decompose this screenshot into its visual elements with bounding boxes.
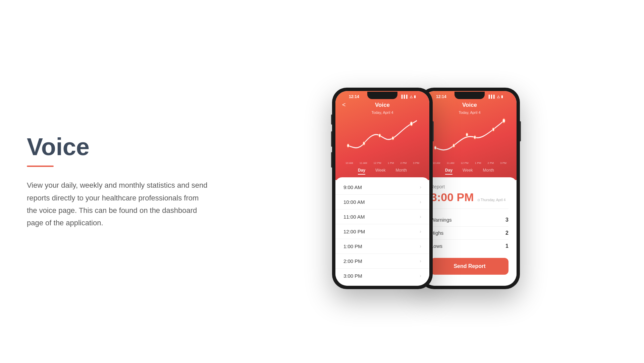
chevron-icon: › — [420, 243, 421, 249]
signal-icon: ▌▌▌ — [401, 95, 409, 98]
chevron-icon: › — [420, 258, 421, 264]
chevron-icon: › — [420, 273, 421, 278]
phone1-status-time: 12:14 — [349, 94, 359, 99]
list-item[interactable]: 11:00 AM › — [335, 210, 429, 224]
phone1-nav-subtitle: Today, April 4 — [342, 110, 423, 115]
report-label: Report — [431, 184, 508, 189]
time-label: 2 PM — [488, 162, 494, 165]
phone1-time-list: 9:00 AM › 10:00 AM › 11:00 AM › — [335, 177, 429, 286]
time-label: 3 PM — [413, 162, 419, 165]
phone1-wrapper: 12:14 ▌▌▌ △ ▮ < Voice Today, — [332, 88, 433, 289]
stat-lows-value: 1 — [505, 243, 508, 249]
time-label: 1 PM — [475, 162, 481, 165]
phone2-content: Report 3:00 PM ⊙ Thursday, April 4 Warni… — [423, 177, 517, 286]
list-item[interactable]: 10:00 AM › — [335, 195, 429, 210]
battery-icon: ▮ — [414, 95, 416, 98]
time-label: 1 PM — [388, 162, 394, 165]
page-container: Voice View your daily, weekly and monthl… — [0, 0, 644, 363]
list-item-time: 2:00 PM — [343, 258, 362, 264]
send-report-button[interactable]: Send Report — [431, 258, 508, 275]
phone1-chart-svg — [345, 117, 419, 161]
phone1-btn-left-2 — [331, 131, 332, 147]
list-item[interactable]: 9:00 AM › — [335, 180, 429, 195]
time-label: 12 PM — [461, 162, 469, 165]
report-time-value: 3:00 PM — [431, 191, 474, 204]
list-item-time: 9:00 AM — [343, 184, 362, 190]
list-item-time: 11:00 AM — [343, 214, 365, 220]
svg-point-4 — [410, 122, 413, 126]
chevron-icon: › — [420, 184, 421, 190]
tab-month[interactable]: Month — [396, 168, 407, 175]
phone2-status-time: 12:14 — [436, 94, 446, 99]
stat-warnings-value: 3 — [505, 217, 508, 223]
phone2-chart-svg — [433, 117, 506, 161]
phone1-back-button[interactable]: < — [342, 101, 346, 108]
svg-point-10 — [502, 118, 505, 123]
phone2-wrapper: 12:14 ▌▌▌ △ ▮ < Voice Today, — [419, 88, 520, 289]
battery-icon: ▮ — [501, 95, 503, 98]
phone1-header: 12:14 ▌▌▌ △ ▮ < Voice Today, — [335, 91, 429, 180]
svg-point-7 — [466, 133, 468, 136]
signal-icon: ▌▌▌ — [489, 95, 496, 98]
phone2-nav: < Voice — [429, 100, 510, 110]
time-label: 12 PM — [374, 162, 381, 165]
title-underline — [27, 166, 54, 167]
wifi-icon: △ — [497, 95, 500, 98]
chevron-icon: › — [420, 214, 421, 219]
phone2-status-icons: ▌▌▌ △ ▮ — [489, 95, 503, 98]
phone1-time-labels: 10 AM 11 AM 12 PM 1 PM 2 PM 3 PM — [342, 161, 423, 165]
section-description: View your daily, weekly and monthly stat… — [27, 179, 208, 229]
phone1-btn-right — [433, 121, 434, 141]
report-stat-lows: Lows 1 — [431, 240, 508, 253]
svg-point-2 — [379, 134, 381, 137]
phone2-btn-right — [520, 121, 521, 141]
phone1-btn-left-1 — [331, 115, 332, 125]
list-item[interactable]: 1:00 PM › — [335, 239, 429, 254]
text-section: Voice View your daily, weekly and monthl… — [27, 134, 235, 229]
phone2-time-labels: 10 AM 11 AM 12 PM 1 PM 2 PM 3 PM — [429, 161, 510, 165]
svg-point-5 — [434, 146, 436, 149]
report-stat-warnings: Warnings 3 — [431, 214, 508, 227]
tab-week-2[interactable]: Week — [463, 168, 473, 175]
svg-point-8 — [474, 135, 476, 139]
list-item-time: 1:00 PM — [343, 243, 362, 249]
tab-month-2[interactable]: Month — [483, 168, 494, 175]
phone2-notch — [454, 92, 485, 99]
phone2-tabs: Day Week Month — [429, 165, 510, 177]
phone1-content: 9:00 AM › 10:00 AM › 11:00 AM › — [335, 177, 429, 286]
report-stat-highs: Highs 2 — [431, 227, 508, 240]
list-item[interactable]: 12:00 PM › — [335, 224, 429, 239]
list-item-time: 12:00 PM — [343, 229, 365, 234]
tab-week[interactable]: Week — [375, 168, 385, 175]
section-title: Voice — [27, 134, 215, 160]
chevron-icon: › — [420, 199, 421, 205]
list-item-time: 10:00 AM — [343, 199, 365, 205]
phone1-btn-left-3 — [331, 152, 332, 168]
phone2-chart — [429, 117, 510, 161]
phone1-nav: < Voice — [342, 100, 423, 110]
chevron-icon: › — [420, 229, 421, 234]
svg-point-3 — [392, 136, 394, 140]
time-label: 3 PM — [500, 162, 506, 165]
phone1-status-icons: ▌▌▌ △ ▮ — [401, 95, 416, 98]
svg-point-1 — [363, 141, 365, 145]
time-label: 10 AM — [433, 162, 440, 165]
phone2-frame: 12:14 ▌▌▌ △ ▮ < Voice Today, — [419, 88, 520, 289]
phones-section: 12:14 ▌▌▌ △ ▮ < Voice Today, — [235, 0, 617, 363]
list-item-time: 3:00 PM — [343, 273, 362, 279]
report-card: Report 3:00 PM ⊙ Thursday, April 4 Warni… — [423, 177, 517, 281]
list-item[interactable]: 3:00 PM › — [335, 269, 429, 283]
phone2-screen: 12:14 ▌▌▌ △ ▮ < Voice Today, — [423, 91, 517, 286]
svg-point-0 — [347, 144, 349, 147]
report-divider — [431, 209, 508, 209]
phone1-tabs: Day Week Month — [342, 165, 423, 177]
tab-day[interactable]: Day — [358, 168, 365, 175]
report-time: 3:00 PM ⊙ Thursday, April 4 — [431, 191, 508, 204]
stat-highs-value: 2 — [505, 230, 508, 236]
report-date: ⊙ Thursday, April 4 — [477, 198, 506, 202]
wifi-icon: △ — [410, 95, 413, 98]
phone1-nav-title: Voice — [375, 102, 390, 108]
list-item[interactable]: 2:00 PM › — [335, 254, 429, 269]
phone1-chart — [342, 117, 423, 161]
tab-day-2[interactable]: Day — [445, 168, 452, 175]
